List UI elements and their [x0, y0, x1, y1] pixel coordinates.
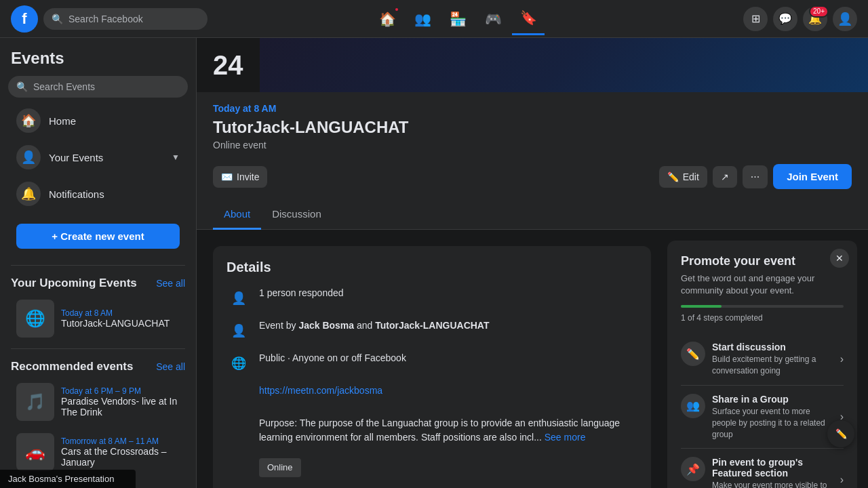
action-buttons-left: ✉️ Invite	[213, 166, 267, 188]
host-icon: 👤	[226, 319, 251, 343]
event-header: 24 Today at 8 AM TutorJack-LANGUACHAT On…	[197, 38, 868, 230]
nav-home-btn[interactable]: 🏠	[371, 3, 403, 35]
online-badge: Online	[259, 458, 301, 477]
share-button[interactable]: ↗	[713, 166, 737, 188]
sidebar-item-label: Notifications	[49, 188, 180, 200]
your-events-icon: 👤	[16, 145, 41, 169]
event-link[interactable]: https://meetn.com/jackbosma	[259, 385, 382, 396]
sidebar-search[interactable]: 🔍	[8, 76, 188, 98]
more-button[interactable]: ···	[743, 165, 768, 188]
detail-text-link: https://meetn.com/jackbosma	[259, 384, 637, 398]
event-tabs: About Discussion	[197, 200, 868, 230]
sidebar-item-label: Your Events	[49, 152, 163, 163]
link-icon	[226, 384, 251, 408]
event-name: Paradise Vendors- live at In The Drink	[61, 396, 180, 418]
pin-icon: 📌	[681, 457, 705, 481]
join-event-button[interactable]: Join Event	[773, 164, 852, 189]
promote-item-content: Share in a Group Surface your event to m…	[712, 394, 833, 440]
share-icon: ↗	[721, 171, 729, 182]
nav-friends-btn[interactable]: 👥	[406, 3, 439, 35]
event-banner: 24	[197, 38, 868, 92]
detail-text-audience: Public · Anyone on or off Facebook	[259, 351, 637, 365]
notification-badge: 20+	[809, 5, 829, 18]
promote-item-pin-event[interactable]: 📌 Pin event to group's Featured section …	[681, 449, 844, 488]
event-info: Today at 6 PM – 9 PM Paradise Vendors- l…	[61, 386, 180, 418]
nav-center: 🏠 👥 🏪 🎮 🔖	[208, 3, 708, 35]
notifications-icon: 🔔	[16, 182, 41, 206]
promote-item-share-group[interactable]: 👥 Share in a Group Surface your event to…	[681, 386, 844, 449]
detail-row-description: Purpose: The purpose of the Languachat g…	[226, 416, 637, 445]
messenger-btn[interactable]: 💬	[773, 7, 797, 31]
see-more-link[interactable]: See more	[545, 432, 586, 443]
grid-btn[interactable]: ⊞	[743, 7, 768, 31]
bottom-bar-label: Jack Bosma's Presentation	[8, 474, 114, 484]
detail-row-badge: Online	[226, 453, 637, 477]
event-actions: ✉️ Invite ✏️ Edit ↗ ··· Join Event	[197, 159, 868, 200]
notifications-btn[interactable]: 🔔 20+	[803, 7, 827, 31]
share-group-icon: 👥	[681, 394, 705, 418]
invite-button[interactable]: ✉️ Invite	[213, 166, 267, 188]
bottom-bar: Jack Bosma's Presentation	[0, 470, 136, 488]
home-icon: 🏠	[16, 108, 41, 133]
promote-subtitle: Get the word out and engage your communi…	[681, 272, 844, 297]
upcoming-event-item[interactable]: 🌐 Today at 8 AM TutorJack-LANGUACHAT	[5, 294, 191, 343]
nav-gaming-btn[interactable]: 🎮	[477, 3, 509, 35]
sidebar-item-label: Home	[49, 115, 180, 127]
upcoming-header: Your Upcoming Events See all	[0, 271, 196, 293]
create-event-container: + Create new event	[0, 213, 196, 260]
event-date-number: 24	[213, 50, 243, 81]
globe-icon: 🌐	[226, 351, 251, 375]
sidebar-item-home[interactable]: 🏠 Home	[5, 103, 191, 138]
sidebar-search-icon: 🔍	[16, 81, 28, 92]
main-content: 24 Today at 8 AM TutorJack-LANGUACHAT On…	[197, 38, 868, 488]
event-datetime: Today at 8 AM	[213, 103, 852, 114]
invite-icon: ✉️	[221, 171, 233, 182]
promote-item-desc: Build excitement by getting a conversati…	[712, 354, 833, 377]
promote-item-discussion[interactable]: ✏️ Start discussion Build excitement by …	[681, 333, 844, 386]
tab-discussion[interactable]: Discussion	[261, 200, 332, 230]
promote-panel: ✕ Promote your event Get the word out an…	[667, 241, 857, 488]
promote-item-desc: Make your event more visible to the	[712, 480, 833, 488]
host2-name: TutorJack-LANGUACHAT	[375, 320, 489, 331]
nav-store-btn[interactable]: 🏪	[441, 3, 474, 35]
promote-item-content: Pin event to group's Featured section Ma…	[712, 457, 833, 488]
invite-label: Invite	[237, 171, 259, 182]
recommended-event-item-1[interactable]: 🎵 Today at 6 PM – 9 PM Paradise Vendors-…	[5, 378, 191, 426]
event-info: Tomorrow at 8 AM – 11 AM Cars at the Cro…	[61, 436, 180, 468]
facebook-logo[interactable]: f	[11, 5, 38, 33]
upcoming-title: Your Upcoming Events	[11, 277, 137, 290]
sidebar-item-notifications[interactable]: 🔔 Notifications	[5, 176, 191, 211]
nav-bookmarks-btn[interactable]: 🔖	[512, 3, 545, 35]
search-box[interactable]: 🔍	[43, 8, 208, 30]
recommended-see-all[interactable]: See all	[156, 361, 185, 372]
tab-about[interactable]: About	[213, 200, 261, 230]
badge-icon	[226, 453, 251, 477]
detail-text-badge: Online	[259, 453, 637, 477]
event-subtitle: Online event	[213, 140, 852, 150]
discussion-icon: ✏️	[681, 342, 705, 366]
top-navigation: f 🔍 🏠 👥 🏪 🎮 🔖 ⊞ 💬 🔔 20+ 👤	[0, 0, 868, 38]
sidebar-item-your-events[interactable]: 👤 Your Events ▼	[5, 140, 191, 175]
recommended-title: Recommended events	[11, 360, 133, 373]
nav-left: f 🔍	[11, 5, 208, 33]
avatar-btn[interactable]: 👤	[833, 7, 857, 31]
details-section: Details 👤 1 person responded 👤 Event by …	[213, 246, 651, 488]
edit-button[interactable]: ✏️ Edit	[659, 166, 707, 188]
promote-item-title: Start discussion	[712, 342, 833, 352]
search-input[interactable]	[68, 14, 199, 24]
sidebar-title: Events	[0, 43, 196, 70]
floating-edit-button[interactable]: ✏️	[827, 420, 854, 447]
promote-close-button[interactable]: ✕	[830, 249, 849, 268]
sidebar-search-input[interactable]	[33, 81, 180, 92]
event-thumbnail: 🎵	[16, 383, 54, 421]
person-icon: 👤	[226, 286, 251, 310]
upcoming-see-all[interactable]: See all	[156, 278, 185, 289]
create-event-button[interactable]: + Create new event	[16, 224, 180, 249]
event-time: Today at 6 PM – 9 PM	[61, 386, 180, 396]
detail-row-host: 👤 Event by Jack Bosma and TutorJack-LANG…	[226, 319, 637, 343]
event-title: TutorJack-LANGUACHAT	[213, 118, 852, 137]
content-area: Details 👤 1 person responded 👤 Event by …	[197, 230, 868, 488]
edit-icon: ✏️	[667, 171, 679, 182]
event-name: TutorJack-LANGUACHAT	[61, 318, 180, 329]
detail-row-audience: 🌐 Public · Anyone on or off Facebook	[226, 351, 637, 375]
